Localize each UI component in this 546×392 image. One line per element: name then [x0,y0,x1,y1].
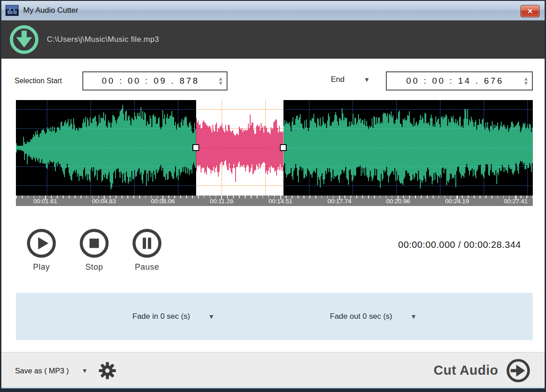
selection-end-value: 00 : 00 : 14 . 676 [387,76,523,86]
timeline-label: 00:14.51 [268,198,293,205]
selection-left-handle[interactable] [192,144,199,151]
selection-end-input[interactable]: 00 : 00 : 14 . 676 ▲ ▼ [386,71,533,90]
cut-audio-label: Cut Audio [434,363,498,378]
stop-button[interactable]: Stop [79,228,109,272]
timeline-label: 00:08.06 [151,198,175,205]
window-bottom-edge [1,387,545,388]
waveform-display[interactable] [16,100,533,196]
fade-in-label: Fade in 0 sec (s) [132,312,190,321]
playback-time-display: 00:00:00.000 / 00:00:28.344 [398,239,521,250]
save-format-dropdown[interactable]: Save as ( MP3 ) ▼ [15,366,88,375]
timeline-label: 00:24.19 [445,198,469,205]
title-bar: My Audio Cutter ✕ [1,1,545,20]
selection-right-handle[interactable] [280,144,287,151]
fade-out-label: Fade out 0 sec (s) [330,312,392,321]
timeline-label: 00:17.74 [328,198,352,205]
timeline-label: 00:27.41 [504,198,528,205]
timeline-label: 00:11.28 [210,198,233,205]
file-header: C:\Users\j\Music\Music file.mp3 [1,20,545,59]
chevron-down-icon: ▼ [81,367,88,374]
selection-start-label: Selection Start [15,77,62,85]
save-format-label: Save as ( MP3 ) [15,366,69,375]
bottom-bar: Save as ( MP3 ) ▼ Cut Audio [1,352,545,388]
cut-audio-button[interactable]: Cut Audio [434,358,531,383]
pause-button[interactable]: Pause [132,228,162,272]
chevron-down-icon: ▼ [364,76,370,83]
timeline-label: 00:20.96 [386,198,410,205]
end-mode-label: End [331,75,344,84]
pause-icon [132,228,162,258]
close-icon: ✕ [527,8,533,15]
app-window: My Audio Cutter ✕ C:\Users\j\Music\Music… [0,0,546,392]
app-icon [5,5,19,16]
selection-start-input[interactable]: 00 : 00 : 09 . 878 ▲ ▼ [82,71,228,90]
start-spinner[interactable]: ▲ ▼ [218,76,223,85]
waveform-graphic [16,100,533,196]
selection-time-row: Selection Start 00 : 00 : 09 . 878 ▲ ▼ E… [1,71,545,92]
chevron-down-icon: ▼ [410,313,417,320]
file-path: C:\Users\j\Music\Music file.mp3 [47,35,159,44]
play-icon [26,228,56,258]
window-title: My Audio Cutter [23,6,78,15]
chevron-down-icon: ▼ [208,313,215,320]
close-button[interactable]: ✕ [521,5,540,17]
play-label: Play [26,262,56,272]
open-file-button[interactable] [9,25,39,55]
spinner-down-icon: ▼ [218,81,223,85]
pause-label: Pause [132,262,162,272]
play-button[interactable]: Play [26,228,56,272]
cut-arrow-icon [506,358,531,383]
stop-label: Stop [79,262,109,272]
end-mode-dropdown[interactable]: End ▼ [331,75,370,84]
fade-in-dropdown[interactable]: Fade in 0 sec (s) ▼ [132,293,214,340]
selection-start-value: 00 : 00 : 09 . 878 [83,76,218,86]
settings-button[interactable] [98,361,117,380]
fade-options-bar: Fade in 0 sec (s) ▼ Fade out 0 sec (s) ▼ [16,293,533,340]
timeline-label: 00:04.83 [92,198,116,205]
timeline[interactable]: 00:01.6100:04.8300:08.0600:11.2800:14.51… [16,196,533,206]
end-spinner[interactable]: ▲ ▼ [523,76,529,85]
spinner-down-icon: ▼ [523,81,529,85]
timeline-label: 00:01.61 [33,198,57,205]
stop-icon [79,228,109,258]
fade-out-dropdown[interactable]: Fade out 0 sec (s) ▼ [330,293,417,340]
transport-controls: Play Stop Pause 00:00:00.000 / 00:00:28.… [1,228,545,278]
